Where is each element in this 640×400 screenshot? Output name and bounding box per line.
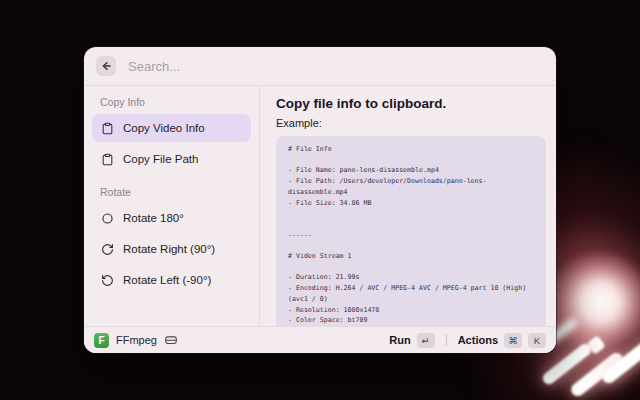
clipboard-icon (100, 152, 114, 166)
sidebar-item-label: Rotate 180° (123, 212, 184, 224)
sidebar-section-label: Rotate (100, 186, 251, 198)
clipboard-icon (100, 121, 114, 135)
sidebar-item-rotate-180[interactable]: Rotate 180° (92, 204, 251, 232)
k-key-badge: K (528, 333, 546, 348)
sidebar-item-label: Copy Video Info (123, 122, 205, 134)
footer-divider (446, 334, 447, 346)
app-name: FFmpeg (116, 334, 157, 346)
back-button[interactable] (96, 56, 116, 76)
return-key-badge: ↵ (417, 333, 435, 348)
ffmpeg-app-icon: F (94, 333, 109, 348)
sidebar-item-copy-video-info[interactable]: Copy Video Info (92, 114, 251, 142)
window-body: Copy Info Copy Video Info Cop (84, 86, 556, 326)
arrow-left-icon (99, 59, 113, 73)
sidebar-item-label: Rotate Right (90°) (123, 243, 215, 255)
detail-title: Copy file info to clipboard. (276, 96, 546, 112)
run-button[interactable]: Run ↵ (389, 333, 434, 348)
rotate-counterclockwise-icon (100, 273, 114, 287)
circle-icon (100, 211, 114, 225)
command-sidebar: Copy Info Copy Video Info Cop (84, 86, 260, 326)
actions-label: Actions (458, 334, 498, 346)
rotate-clockwise-icon (100, 242, 114, 256)
example-code-block[interactable]: # File Info - File Name: pano-lens-disas… (276, 136, 546, 326)
command-key-badge: ⌘ (504, 333, 522, 348)
action-bar: F FFmpeg Run ↵ Actions ⌘ K (84, 326, 556, 353)
example-label: Example: (276, 117, 546, 129)
sidebar-item-copy-file-path[interactable]: Copy File Path (92, 145, 251, 173)
search-bar (84, 47, 556, 86)
run-label: Run (389, 334, 410, 346)
launcher-window: Copy Info Copy Video Info Cop (84, 47, 556, 353)
sidebar-item-rotate-right[interactable]: Rotate Right (90°) (92, 235, 251, 263)
sidebar-section-label: Copy Info (100, 96, 251, 108)
sidebar-item-label: Rotate Left (-90°) (123, 274, 211, 286)
actions-button[interactable]: Actions ⌘ K (458, 333, 546, 348)
detail-pane: Copy file info to clipboard. Example: # … (260, 86, 556, 326)
sidebar-item-label: Copy File Path (123, 153, 198, 165)
hard-drive-icon (164, 333, 178, 347)
sidebar-item-rotate-left[interactable]: Rotate Left (-90°) (92, 266, 251, 294)
search-input[interactable] (126, 58, 544, 75)
